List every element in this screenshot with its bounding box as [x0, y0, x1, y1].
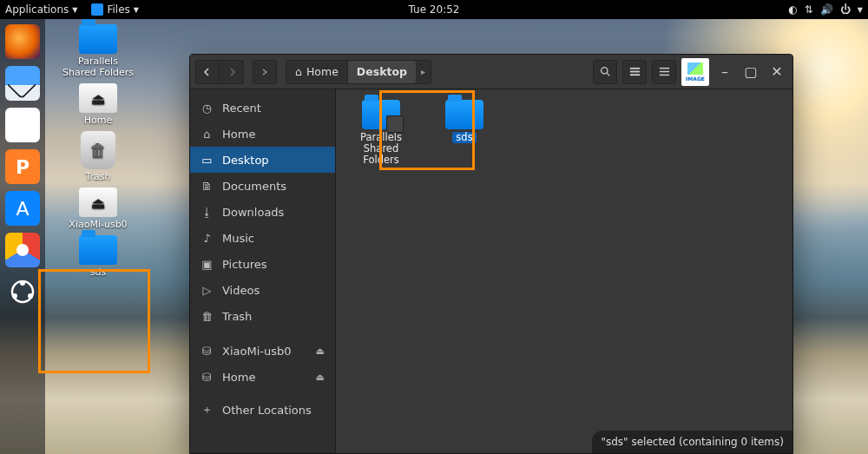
files-icon — [91, 3, 103, 16]
eject-icon[interactable]: ⏏ — [316, 372, 325, 383]
search-button[interactable] — [593, 60, 617, 84]
dock-appstore[interactable]: A — [5, 191, 40, 226]
sidebar-item-homedrv[interactable]: ⛁Home⏏ — [190, 364, 335, 390]
dock-show-apps[interactable] — [5, 274, 40, 309]
svg-rect-9 — [659, 68, 668, 69]
files-label: Files — [107, 3, 129, 16]
network-icon[interactable]: ⇅ — [805, 3, 813, 16]
desktop-icon: ▭ — [201, 154, 214, 167]
hamburger-menu-button[interactable] — [652, 60, 676, 84]
sidebar-item-label: Desktop — [222, 154, 269, 167]
pictures-icon: ▣ — [201, 258, 214, 271]
sidebar-item-label: Pictures — [222, 258, 266, 271]
chevron-down-icon: ▼ — [72, 6, 77, 14]
power-icon[interactable]: ⏻ — [840, 3, 851, 16]
svg-point-4 — [601, 68, 607, 74]
path-up-button[interactable] — [253, 60, 277, 84]
sidebar-item-label: XiaoMi-usb0 — [222, 345, 292, 358]
eject-icon[interactable]: ⏏ — [316, 345, 325, 357]
folder-icon — [79, 235, 117, 265]
sidebar-item-documents[interactable]: 🗎Documents — [190, 173, 335, 199]
file-manager-content[interactable]: Parallels Shared Folders sds "sds" selec… — [336, 89, 792, 453]
drive-icon: ⛁ — [201, 345, 214, 358]
window-close-button[interactable]: ✕ — [766, 62, 787, 82]
svg-rect-6 — [629, 68, 639, 69]
drive-icon: ⏏ — [79, 188, 117, 217]
folder-label: sds — [452, 132, 476, 143]
chevron-down-icon: ▼ — [134, 6, 139, 14]
applications-menu[interactable]: Applications ▼ — [5, 3, 77, 16]
file-manager-window: ⌂ Home Desktop ▸ IMAGE – ▢ ✕ — [189, 54, 793, 454]
folder-sds[interactable]: sds — [433, 100, 496, 167]
desktop-icon-label: sds — [90, 266, 106, 278]
dock-firefox[interactable] — [5, 24, 40, 59]
dock-wps[interactable]: P — [5, 149, 40, 184]
desktop-icon-home-drive[interactable]: ⏏ Home — [60, 83, 136, 126]
home-icon: ⌂ — [295, 65, 302, 78]
nav-back-button[interactable] — [195, 60, 220, 84]
drag-preview-image: IMAGE — [681, 58, 709, 86]
sidebar-item-home[interactable]: ⌂Home — [190, 121, 335, 147]
recent-icon: ◷ — [201, 102, 214, 115]
dock-chrome[interactable] — [5, 233, 40, 267]
trash-icon: 🗑 — [81, 131, 115, 169]
view-list-button[interactable] — [622, 60, 647, 84]
path-current[interactable]: Desktop — [348, 61, 416, 83]
status-bar: "sds" selected (containing 0 items) — [592, 431, 792, 453]
videos-icon: ▷ — [201, 284, 214, 297]
desktop-icons: Parallels Shared Folders ⏏ Home 🗑 Trash … — [50, 24, 146, 278]
desktop-icon-label: Trash — [85, 171, 110, 182]
svg-point-2 — [12, 293, 17, 299]
sidebar-item-xiaomi[interactable]: ⛁XiaoMi-usb0⏏ — [190, 338, 335, 364]
sidebar-item-label: Videos — [222, 284, 260, 297]
svg-line-5 — [607, 73, 609, 76]
sidebar-item-label: Music — [222, 232, 254, 245]
night-light-icon[interactable]: ◐ — [788, 3, 797, 16]
downloads-icon: ⭳ — [201, 206, 214, 219]
path-home[interactable]: ⌂ Home — [286, 61, 348, 83]
desktop-icon-xiaomi[interactable]: ⏏ XiaoMi-usb0 — [60, 188, 136, 230]
dock-files[interactable] — [5, 66, 40, 101]
sidebar-item-label: Recent — [222, 102, 261, 115]
svg-point-3 — [28, 293, 33, 299]
chevron-down-icon: ▼ — [858, 6, 863, 14]
sidebar-item-videos[interactable]: ▷Videos — [190, 277, 335, 303]
sidebar-item-desktop[interactable]: ▭Desktop — [190, 147, 335, 173]
file-manager-sidebar: ◷Recent ⌂Home ▭Desktop 🗎Documents ⭳Downl… — [190, 89, 336, 453]
chevron-right-icon: ▸ — [416, 67, 431, 76]
applications-label: Applications — [5, 3, 69, 16]
sidebar-item-label: Downloads — [222, 206, 284, 219]
svg-rect-10 — [659, 71, 668, 72]
sidebar-item-pictures[interactable]: ▣Pictures — [190, 251, 335, 277]
volume-icon[interactable]: 🔊 — [820, 3, 833, 16]
window-minimize-button[interactable]: – — [714, 62, 735, 82]
desktop-icon-parallels[interactable]: Parallels Shared Folders — [60, 24, 136, 78]
plus-icon: ＋ — [201, 402, 214, 418]
desktop-icon-trash[interactable]: 🗑 Trash — [60, 131, 136, 182]
status-text: "sds" selected (containing 0 items) — [601, 436, 784, 448]
folder-icon — [79, 24, 117, 54]
svg-rect-11 — [659, 75, 668, 76]
path-bar: ⌂ Home Desktop ▸ — [286, 60, 431, 84]
sidebar-item-recent[interactable]: ◷Recent — [190, 95, 335, 121]
window-maximize-button[interactable]: ▢ — [740, 62, 761, 82]
sidebar-item-trash[interactable]: 🗑Trash — [190, 303, 335, 329]
desktop-icon-label: Home — [84, 115, 112, 126]
sidebar-item-label: Other Locations — [222, 404, 312, 417]
files-menu[interactable]: Files ▼ — [91, 3, 139, 16]
trash-icon: 🗑 — [201, 310, 214, 323]
nav-forward-button[interactable] — [220, 60, 244, 84]
folder-icon — [362, 100, 400, 129]
sidebar-item-downloads[interactable]: ⭳Downloads — [190, 199, 335, 225]
folder-parallels[interactable]: Parallels Shared Folders — [350, 100, 412, 167]
sidebar-item-label: Home — [222, 128, 255, 141]
dock-music[interactable]: ♪ — [5, 108, 40, 142]
music-icon: ♪ — [201, 232, 214, 245]
desktop-icon-sds[interactable]: sds — [60, 235, 136, 278]
sidebar-item-label: Documents — [222, 180, 286, 193]
path-seg-label: Desktop — [357, 65, 407, 78]
sidebar-item-label: Home — [222, 371, 255, 384]
documents-icon: 🗎 — [201, 180, 214, 193]
sidebar-item-music[interactable]: ♪Music — [190, 225, 335, 251]
sidebar-item-other-locations[interactable]: ＋Other Locations — [190, 397, 335, 423]
